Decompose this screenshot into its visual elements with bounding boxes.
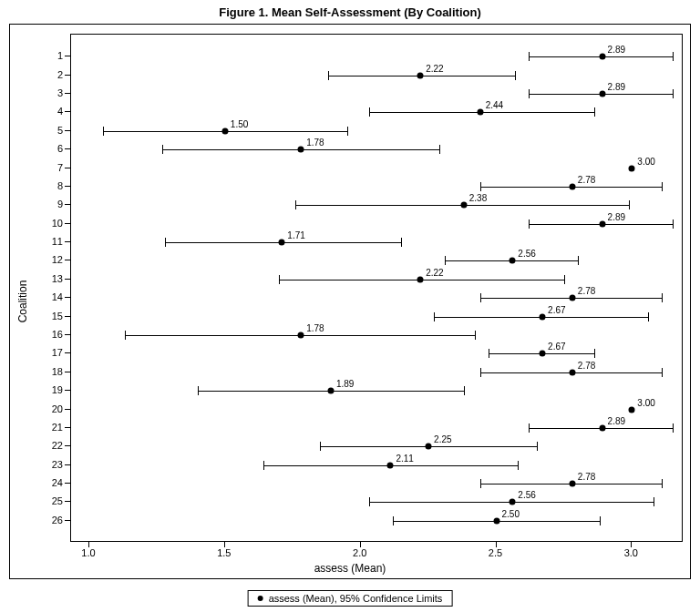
mean-point	[477, 109, 483, 116]
mean-label: 2.22	[426, 268, 443, 278]
y-tick-label: 19	[48, 384, 63, 395]
mean-point	[569, 369, 575, 375]
y-tick-mark	[65, 409, 70, 410]
ci-cap-low	[480, 368, 481, 377]
mean-point	[298, 147, 304, 153]
ci-cap-low	[489, 349, 489, 358]
mean-point	[417, 276, 424, 282]
ci-cap-low	[198, 386, 199, 395]
x-tick-label: 2.5	[489, 547, 502, 558]
mean-label: 2.44	[486, 100, 503, 110]
mean-point	[493, 517, 499, 524]
ci-cap-low	[393, 516, 394, 525]
ci-cap-high	[648, 312, 649, 321]
ci-cap-low	[529, 423, 530, 433]
mean-point	[279, 240, 285, 246]
mean-point	[629, 165, 635, 171]
ci-cap-low	[480, 182, 481, 191]
ci-cap-low	[279, 275, 280, 284]
mean-point	[417, 72, 424, 78]
mean-point	[540, 351, 546, 357]
ci-cap-low	[165, 238, 166, 247]
ci-cap-high	[662, 293, 663, 302]
ci-cap-high	[662, 479, 663, 488]
legend: assess (Mean), 95% Confidence Limits	[248, 590, 453, 607]
legend-text: assess (Mean), 95% Confidence Limits	[269, 593, 443, 604]
y-tick-mark	[65, 148, 70, 149]
mean-label: 1.78	[306, 323, 324, 333]
mean-label: 2.50	[502, 509, 520, 519]
y-tick-mark	[65, 204, 70, 205]
y-tick-label: 10	[48, 218, 63, 229]
y-tick-mark	[65, 372, 70, 372]
mean-point	[221, 128, 228, 134]
mean-point	[599, 220, 605, 227]
y-tick-label: 24	[48, 477, 63, 488]
y-tick-mark	[65, 130, 70, 131]
ci-cap-low	[295, 200, 296, 209]
y-tick-label: 20	[48, 403, 63, 414]
ci-cap-low	[162, 145, 163, 154]
y-tick-mark	[65, 241, 70, 242]
ci-cap-low	[434, 312, 435, 321]
y-tick-mark	[65, 464, 70, 465]
mean-label: 2.89	[608, 45, 625, 55]
y-tick-mark	[65, 223, 70, 224]
mean-point	[569, 183, 575, 189]
ci-cap-low	[103, 127, 104, 136]
x-tick-label: 1.0	[81, 547, 95, 558]
mean-label: 2.89	[608, 212, 625, 222]
ci-cap-high	[594, 107, 595, 117]
y-tick-label: 12	[48, 254, 63, 265]
y-tick-label: 18	[48, 366, 63, 377]
y-tick-mark	[65, 279, 70, 280]
y-tick-label: 23	[48, 459, 63, 470]
mean-point	[599, 54, 605, 60]
ci-cap-high	[673, 89, 674, 98]
y-tick-mark	[65, 111, 70, 112]
ci-cap-low	[480, 479, 481, 488]
mean-point	[540, 313, 546, 320]
y-tick-mark	[65, 93, 70, 94]
mean-label: 3.00	[637, 157, 654, 167]
mean-point	[569, 481, 575, 487]
y-tick-mark	[65, 501, 70, 502]
x-tick-label: 3.0	[624, 547, 638, 558]
mean-label: 2.78	[578, 286, 595, 296]
ci-cap-high	[439, 145, 440, 154]
ci-cap-low	[328, 71, 329, 80]
y-tick-label: 8	[48, 180, 63, 191]
mean-label: 3.00	[637, 398, 654, 408]
ci-cap-high	[515, 71, 516, 80]
mean-point	[426, 444, 432, 450]
mean-point	[629, 406, 635, 413]
mean-point	[569, 295, 575, 301]
plot-area: 2.892.222.892.441.501.783.002.782.382.89…	[70, 34, 683, 542]
ci-cap-low	[445, 256, 446, 265]
y-tick-mark	[65, 297, 70, 298]
ci-cap-high	[594, 349, 595, 358]
ci-cap-high	[673, 423, 674, 433]
mean-point	[510, 499, 516, 505]
ci-cap-low	[480, 293, 481, 302]
mean-label: 1.89	[336, 379, 354, 389]
y-tick-label: 3	[48, 87, 63, 98]
ci-cap-high	[578, 256, 579, 265]
y-tick-mark	[65, 56, 70, 56]
ci-cap-low	[529, 89, 530, 98]
y-tick-mark	[65, 168, 70, 168]
mean-label: 2.11	[396, 454, 413, 464]
y-tick-label: 16	[48, 329, 63, 340]
ci-cap-high	[347, 127, 348, 136]
ci-cap-high	[629, 200, 630, 209]
y-tick-label: 2	[48, 69, 63, 80]
y-tick-label: 14	[48, 291, 63, 302]
mean-point	[599, 424, 605, 431]
mean-label: 2.78	[578, 175, 595, 185]
ci-cap-low	[125, 331, 126, 340]
y-tick-label: 25	[48, 495, 63, 506]
mean-point	[599, 90, 605, 97]
y-tick-mark	[65, 445, 70, 446]
y-tick-label: 22	[48, 440, 63, 451]
mean-point	[387, 462, 394, 468]
